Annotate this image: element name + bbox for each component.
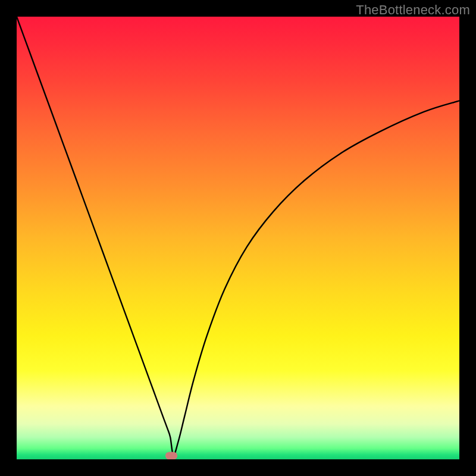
plot-area xyxy=(17,17,459,459)
bottleneck-curve xyxy=(17,17,459,459)
chart-frame: TheBottleneck.com xyxy=(0,0,476,476)
watermark-text: TheBottleneck.com xyxy=(356,2,470,18)
optimal-marker-icon xyxy=(165,452,177,459)
